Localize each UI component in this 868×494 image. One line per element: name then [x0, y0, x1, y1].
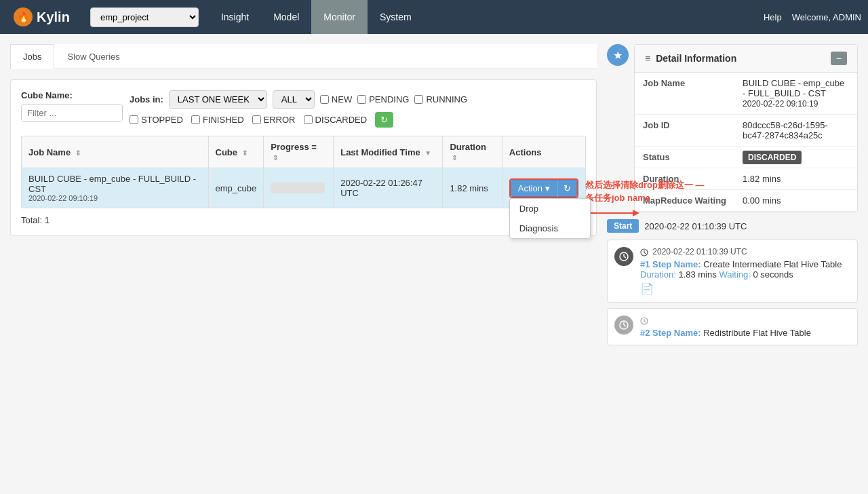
step-2-name: #2 Step Name: Redistribute Flat Hive Tab…	[640, 328, 850, 338]
svg-line-10	[624, 325, 626, 326]
status-badge: DISCARDED	[743, 151, 802, 164]
col-job-name[interactable]: Job Name ⇕	[22, 136, 209, 168]
action-dropdown-wrapper: Action ▾ ↻ Drop Diagnosi	[509, 178, 578, 198]
action-refresh-icon[interactable]: ↻	[557, 180, 577, 197]
refresh-button[interactable]: ↻	[375, 112, 393, 128]
cube-name-label: Cube Name:	[21, 90, 123, 100]
col-cube[interactable]: Cube ⇕	[208, 136, 264, 168]
sort-icon-last-modified: ▼	[425, 149, 431, 157]
action-menu-item-diagnosis[interactable]: Diagnosis	[510, 218, 590, 238]
detail-row-status: Status DISCARDED	[635, 147, 857, 168]
jobs-in-select[interactable]: LAST ONE WEEK	[169, 90, 267, 109]
checkbox-stopped[interactable]: STOPPED	[130, 115, 183, 125]
clock-icon	[619, 252, 629, 261]
right-panel: ★ ≡ Detail Information − Job Name BUILD …	[607, 44, 858, 345]
checkbox-error[interactable]: ERROR	[252, 115, 296, 125]
detail-row-job-name: Job Name BUILD CUBE - emp_cube - FULL_BU…	[635, 73, 857, 115]
detail-row-duration: Duration 1.82 mins	[635, 168, 857, 190]
nav-item-insight[interactable]: Insight	[209, 0, 261, 34]
detail-value-status: DISCARDED	[734, 147, 857, 168]
timeline-start-time: 2020-02-22 01:10:39 UTC	[644, 221, 747, 231]
nav-item-system[interactable]: System	[368, 0, 424, 34]
checkboxes-row-2: STOPPED FINISHED ERROR DISCARDED ↻	[130, 112, 467, 128]
cell-progress	[264, 168, 334, 208]
detail-value-job-name: BUILD CUBE - emp_cube - FULL_BUILD - CST…	[734, 73, 857, 115]
sort-icon-job-name: ⇕	[75, 149, 81, 157]
jobs-in-label: Jobs in:	[130, 94, 163, 104]
main-content: Jobs Slow Queries Cube Name: 🔍 Jobs in:	[0, 34, 868, 356]
cell-job-name: BUILD CUBE - emp_cube - FULL_BUILD - CST…	[22, 168, 209, 208]
detail-value-duration: 1.82 mins	[734, 168, 857, 190]
nav-menu: Insight Model Monitor System	[209, 0, 424, 34]
tabs: Jobs Slow Queries	[10, 44, 597, 69]
table-wrapper: Job Name ⇕ Cube ⇕ Progress = ⇕	[21, 136, 586, 225]
tab-slow-queries[interactable]: Slow Queries	[54, 44, 132, 69]
detail-icon: ≡	[645, 53, 650, 64]
detail-label-mapreduce: MapReduce Waiting	[635, 190, 734, 212]
step-2-time	[640, 316, 850, 325]
step-2-circle	[614, 316, 633, 335]
jobs-panel: Cube Name: 🔍 Jobs in: LAST ONE WEEK ALL	[10, 79, 597, 236]
detail-row-mapreduce: MapReduce Waiting 0.00 mins	[635, 190, 857, 212]
table-row[interactable]: BUILD CUBE - emp_cube - FULL_BUILD - CST…	[22, 168, 586, 208]
action-menu-item-drop[interactable]: Drop	[510, 199, 590, 218]
logo-icon: 🔥	[14, 7, 33, 26]
nav-item-model[interactable]: Model	[261, 0, 311, 34]
timeline-step-2: #2 Step Name: Redistribute Flat Hive Tab…	[607, 308, 858, 345]
jobs-table: Job Name ⇕ Cube ⇕ Progress = ⇕	[21, 136, 586, 208]
checkbox-running[interactable]: RUNNING	[414, 94, 467, 104]
cell-duration: 1.82 mins	[443, 168, 502, 208]
step-1-duration: Duration: 1.83 mins Waiting: 0 seconds	[640, 269, 850, 280]
svg-line-4	[624, 256, 626, 258]
step-1-doc-icon[interactable]: 📄	[640, 282, 850, 295]
checkbox-pending[interactable]: PENDING	[357, 94, 409, 104]
jobs-in-group: Jobs in: LAST ONE WEEK ALL NEW PENDING	[130, 90, 467, 128]
detail-table: Job Name BUILD CUBE - emp_cube - FULL_BU…	[635, 73, 857, 212]
cell-actions: Action ▾ ↻ Drop Diagnosi	[502, 168, 585, 208]
project-dropdown[interactable]: emp_project	[90, 7, 199, 27]
clock-icon-grey	[619, 320, 629, 330]
col-duration[interactable]: Duration ⇕	[443, 136, 502, 168]
sort-icon-cube: ⇕	[242, 149, 248, 157]
detail-label-status: Status	[635, 147, 734, 168]
job-name-main: BUILD CUBE - emp_cube - FULL_BUILD - CST	[28, 174, 201, 194]
detail-label-job-name: Job Name	[635, 73, 734, 115]
star-button[interactable]: ★	[607, 44, 629, 66]
timeline-start: Start 2020-02-22 01:10:39 UTC	[607, 219, 858, 233]
step-1-clock-icon	[640, 248, 648, 256]
detail-value-mapreduce: 0.00 mins	[734, 190, 857, 212]
cell-last-modified: 2020-02-22 01:26:47 UTC	[334, 168, 443, 208]
action-button[interactable]: Action ▾	[511, 180, 557, 197]
tab-jobs[interactable]: Jobs	[10, 44, 54, 69]
timeline: Start 2020-02-22 01:10:39 UTC	[607, 219, 858, 345]
status-filter-select[interactable]: ALL	[273, 90, 315, 109]
svg-line-13	[644, 321, 646, 322]
sort-icon-progress: ⇕	[273, 154, 278, 162]
col-progress[interactable]: Progress = ⇕	[264, 136, 334, 168]
detail-row-job-id: Job ID 80dccc58-c26d-1595-bc47-2874c834a…	[635, 115, 857, 147]
timeline-step-1: 2020-02-22 01:10:39 UTC #1 Step Name: Cr…	[607, 240, 858, 303]
step-2-content: #2 Step Name: Redistribute Flat Hive Tab…	[640, 316, 850, 338]
project-selector[interactable]: emp_project	[90, 7, 199, 27]
checkbox-new[interactable]: NEW	[320, 94, 352, 104]
action-menu: Drop Diagnosis	[509, 198, 591, 239]
help-button[interactable]: Help	[764, 12, 782, 22]
filter-bar: Cube Name: 🔍 Jobs in: LAST ONE WEEK ALL	[21, 90, 586, 128]
caret-icon: ▾	[545, 183, 550, 193]
collapse-button[interactable]: −	[831, 52, 847, 65]
cube-filter-field[interactable]	[22, 104, 123, 121]
cube-name-group: Cube Name: 🔍	[21, 90, 123, 122]
checkbox-finished[interactable]: FINISHED	[191, 115, 244, 125]
step-1-circle	[614, 247, 633, 266]
nav-item-monitor[interactable]: Monitor	[311, 0, 368, 34]
detail-label-duration: Duration	[635, 168, 734, 190]
step-1-time: 2020-02-22 01:10:39 UTC	[640, 247, 850, 256]
action-border: Action ▾ ↻ Drop Diagnosi	[509, 178, 578, 198]
detail-title: ≡ Detail Information	[645, 53, 736, 64]
nav-right: Help Welcome, ADMIN	[764, 12, 861, 22]
checkbox-discarded[interactable]: DISCARDED	[304, 115, 368, 125]
jobs-in-row: Jobs in: LAST ONE WEEK ALL NEW PENDING	[130, 90, 467, 109]
detail-value-job-id: 80dccc58-c26d-1595-bc47-2874c834a25c	[734, 115, 857, 147]
col-last-modified[interactable]: Last Modified Time ▼	[334, 136, 443, 168]
top-nav: 🔥 Kylin emp_project Insight Model Monito…	[0, 0, 868, 34]
